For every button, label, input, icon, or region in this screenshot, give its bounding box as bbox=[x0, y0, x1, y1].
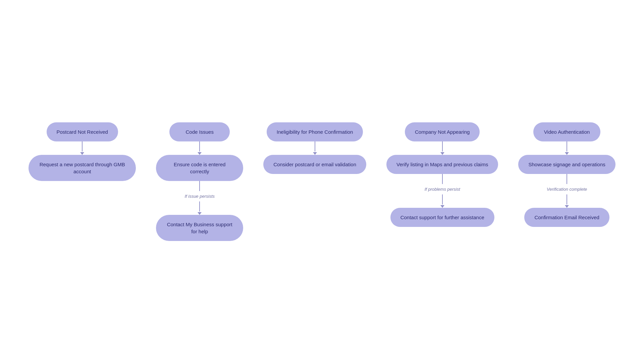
arrow-line bbox=[442, 174, 443, 184]
arrow-head bbox=[198, 152, 202, 155]
arrow-head bbox=[565, 205, 569, 208]
label-if-problems-persist: If problems persist bbox=[425, 185, 460, 194]
node-verify-listing: Verify listing in Maps and previous clai… bbox=[386, 155, 498, 174]
flow-column-company-not-appearing: Company Not Appearing Verify listing in … bbox=[386, 122, 498, 227]
arrow-line bbox=[199, 141, 200, 152]
arrow-line bbox=[567, 141, 567, 152]
node-ensure-code: Ensure code is entered correctly bbox=[156, 155, 243, 181]
arrow-head bbox=[440, 152, 444, 155]
node-code-issues: Code Issues bbox=[169, 122, 230, 141]
node-confirmation-email: Confirmation Email Received bbox=[524, 208, 609, 227]
arrow-line bbox=[442, 141, 443, 152]
arrow-4-1 bbox=[440, 141, 444, 155]
node-contact-support: Contact support for further assistance bbox=[390, 208, 494, 227]
node-video-authentication: Video Authentication bbox=[533, 122, 600, 141]
arrow-line bbox=[199, 181, 200, 191]
node-postcard-not-received: Postcard Not Received bbox=[47, 122, 118, 141]
arrow-line bbox=[315, 141, 315, 152]
arrow-1-1 bbox=[80, 141, 84, 155]
flow-column-postcard: Postcard Not Received Request a new post… bbox=[29, 122, 136, 181]
node-consider-postcard-email: Consider postcard or email validation bbox=[263, 155, 366, 174]
arrow-5-2: Verification complete bbox=[547, 174, 587, 208]
flow-column-phone-confirmation: Ineligibility for Phone Confirmation Con… bbox=[263, 122, 366, 174]
arrow-head bbox=[313, 152, 317, 155]
arrow-line bbox=[82, 141, 83, 152]
arrow-line bbox=[567, 174, 567, 184]
arrow-head bbox=[565, 152, 569, 155]
node-company-not-appearing: Company Not Appearing bbox=[405, 122, 480, 141]
arrow-2-1 bbox=[198, 141, 202, 155]
arrow-4-2: If problems persist bbox=[425, 174, 460, 208]
arrow-head bbox=[440, 205, 444, 208]
label-verification-complete: Verification complete bbox=[547, 185, 587, 194]
arrow-line bbox=[567, 194, 567, 204]
arrow-2-2: If issue persists bbox=[184, 181, 215, 215]
arrow-head bbox=[198, 212, 202, 215]
node-contact-my-business: Contact My Business support for help bbox=[156, 215, 243, 241]
node-request-postcard: Request a new postcard through GMB accou… bbox=[29, 155, 136, 181]
arrow-head bbox=[80, 152, 84, 155]
arrow-5-1 bbox=[565, 141, 569, 155]
node-showcase-signage: Showcase signage and operations bbox=[518, 155, 615, 174]
arrow-line bbox=[442, 194, 443, 204]
arrow-3-1 bbox=[313, 141, 317, 155]
flow-column-video-auth: Video Authentication Showcase signage an… bbox=[518, 122, 615, 227]
diagram-container: Postcard Not Received Request a new post… bbox=[0, 109, 644, 254]
flow-column-code-issues: Code Issues Ensure code is entered corre… bbox=[156, 122, 243, 241]
node-ineligibility-phone: Ineligibility for Phone Confirmation bbox=[267, 122, 363, 141]
arrow-line bbox=[199, 201, 200, 211]
label-if-issue-persists: If issue persists bbox=[184, 192, 215, 201]
